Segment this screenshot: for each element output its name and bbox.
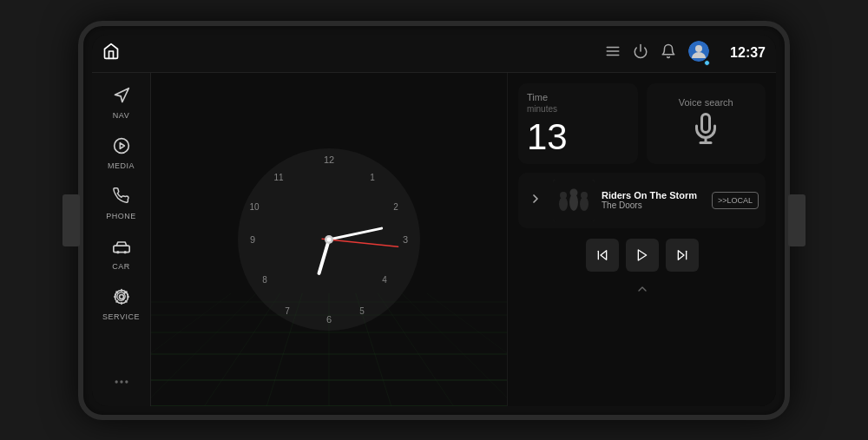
time-widget-subtitle: minutes <box>527 104 629 114</box>
mount-bracket-left <box>62 194 80 246</box>
microphone-icon <box>690 113 721 150</box>
svg-text:11: 11 <box>273 173 284 182</box>
svg-text:4: 4 <box>382 275 387 285</box>
svg-text:2: 2 <box>393 202 398 212</box>
user-icon[interactable] <box>688 41 709 65</box>
nav-label: NAV <box>113 111 129 120</box>
top-bar: 12:37 <box>92 35 776 73</box>
voice-widget[interactable]: Voice search <box>647 83 766 164</box>
svg-line-26 <box>205 293 280 406</box>
svg-line-27 <box>378 293 453 406</box>
svg-point-10 <box>117 251 119 253</box>
svg-rect-59 <box>553 211 595 221</box>
collapse-button[interactable] <box>518 280 766 298</box>
svg-point-57 <box>580 197 589 211</box>
sidebar-item-car[interactable]: CAR <box>95 231 148 278</box>
media-icon <box>113 137 130 159</box>
svg-marker-8 <box>120 142 124 148</box>
car-icon <box>113 238 130 259</box>
album-art-image <box>553 180 595 221</box>
svg-marker-63 <box>678 250 684 259</box>
phone-icon <box>113 187 130 209</box>
svg-point-53 <box>559 197 568 211</box>
right-panel: Time minutes 13 Voice search <box>507 73 776 406</box>
main-area: NAV MEDIA PHONE <box>92 73 776 406</box>
sidebar-item-media[interactable]: MEDIA <box>95 130 148 177</box>
svg-rect-9 <box>113 246 128 253</box>
svg-point-49 <box>327 237 332 241</box>
svg-text:1: 1 <box>370 173 375 182</box>
svg-point-54 <box>560 192 567 199</box>
play-button[interactable] <box>626 239 659 272</box>
sidebar-item-service[interactable]: SERVICE <box>95 281 148 328</box>
svg-point-11 <box>124 251 126 253</box>
svg-line-28 <box>151 293 256 406</box>
sidebar: NAV MEDIA PHONE <box>92 73 151 406</box>
svg-line-25 <box>356 293 391 406</box>
car-display-unit: 12:37 NAV MEDIA <box>78 21 790 420</box>
svg-marker-6 <box>115 88 128 102</box>
service-icon <box>113 288 130 310</box>
svg-point-7 <box>114 138 128 153</box>
svg-point-5 <box>695 45 702 52</box>
track-info: Riders On The Storm The Doors <box>602 190 705 210</box>
nav-icon <box>113 87 130 108</box>
mount-bracket-right <box>788 194 806 246</box>
track-title: Riders On The Storm <box>602 190 705 200</box>
phone-label: PHONE <box>106 212 136 220</box>
svg-line-30 <box>151 293 231 406</box>
svg-point-58 <box>581 192 588 199</box>
track-artist: The Doors <box>602 200 705 210</box>
prev-button[interactable] <box>586 239 619 272</box>
svg-marker-62 <box>638 250 646 260</box>
svg-text:12: 12 <box>324 154 334 165</box>
menu-icon[interactable] <box>605 43 621 62</box>
power-icon[interactable] <box>633 43 648 62</box>
bell-icon[interactable] <box>661 43 676 62</box>
svg-text:8: 8 <box>262 275 267 285</box>
voice-widget-title: Voice search <box>679 97 733 108</box>
svg-text:9: 9 <box>250 234 255 245</box>
svg-line-31 <box>427 293 507 406</box>
album-art <box>553 180 595 221</box>
top-bar-icons: 12:37 <box>605 41 766 65</box>
next-button[interactable] <box>666 239 699 272</box>
svg-point-16 <box>125 380 128 383</box>
svg-marker-60 <box>601 250 607 259</box>
svg-line-24 <box>266 293 302 406</box>
car-label: CAR <box>112 262 130 271</box>
time-widget-title: Time <box>527 92 629 102</box>
more-dots[interactable] <box>113 373 130 399</box>
grid-floor <box>151 293 507 406</box>
media-label: MEDIA <box>108 161 135 170</box>
playback-controls <box>518 239 766 272</box>
svg-text:10: 10 <box>249 202 260 212</box>
expand-button[interactable] <box>525 188 546 213</box>
clock-display: 12:37 <box>730 45 766 61</box>
sidebar-item-phone[interactable]: PHONE <box>95 181 148 227</box>
service-label: SERVICE <box>102 312 140 321</box>
svg-point-12 <box>119 294 123 299</box>
time-widget: Time minutes 13 <box>518 83 638 164</box>
svg-point-56 <box>570 188 578 196</box>
now-playing-row: Riders On The Storm The Doors >>LOCAL <box>518 173 766 228</box>
screen: 12:37 NAV MEDIA <box>92 35 776 406</box>
time-widget-value: 13 <box>527 119 629 155</box>
svg-line-29 <box>402 293 507 406</box>
clock-area: 12 3 6 9 1 2 4 5 7 8 10 11 <box>151 73 507 406</box>
home-icon[interactable] <box>102 43 120 64</box>
local-button[interactable]: >>LOCAL <box>712 192 759 209</box>
svg-point-14 <box>115 380 117 383</box>
svg-point-15 <box>120 380 122 383</box>
sidebar-item-nav[interactable]: NAV <box>95 80 148 127</box>
svg-text:3: 3 <box>403 234 408 245</box>
widgets-row: Time minutes 13 Voice search <box>518 83 766 164</box>
